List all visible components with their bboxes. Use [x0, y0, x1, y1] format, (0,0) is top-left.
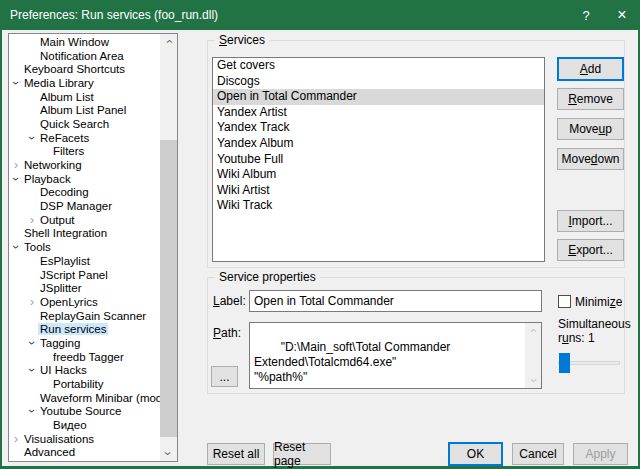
- tree-item-label: Shell Integration: [22, 227, 109, 239]
- tree-item[interactable]: Portability: [9, 377, 160, 391]
- tree-item-label: Album List Panel: [38, 104, 128, 116]
- tree-item[interactable]: ›Visualisations: [9, 432, 160, 446]
- help-icon[interactable]: ?: [568, 0, 604, 30]
- tree-item[interactable]: Advanced: [9, 446, 160, 460]
- minimize-checkbox-label[interactable]: Minimize: [575, 295, 622, 309]
- chevron-expanded-icon[interactable]: ›: [25, 337, 39, 349]
- tree-item[interactable]: Видео: [9, 418, 160, 432]
- service-list-item[interactable]: Youtube Full: [213, 152, 544, 168]
- titlebar[interactable]: Preferences: Run services (foo_run.dll) …: [0, 0, 640, 30]
- service-list-item[interactable]: Yandex Artist: [213, 105, 544, 121]
- path-input-text: "D:\Main_soft\Total Commander Extended\T…: [254, 340, 454, 384]
- tree-item-label: Output: [38, 214, 77, 226]
- tree-item[interactable]: EsPlaylist: [9, 254, 160, 268]
- tree-item-label: Notification Area: [38, 50, 126, 62]
- add-button[interactable]: Add: [557, 57, 624, 81]
- export-button[interactable]: Export...: [557, 239, 624, 261]
- tree-item[interactable]: Decoding: [9, 186, 160, 200]
- tree-item[interactable]: ›Tagging: [9, 336, 160, 350]
- ok-button[interactable]: OK: [448, 442, 503, 466]
- apply-button[interactable]: Apply: [573, 443, 628, 465]
- chevron-expanded-icon[interactable]: ›: [9, 241, 23, 253]
- tree-item[interactable]: Notification Area: [9, 49, 160, 63]
- reset-all-button[interactable]: Reset all: [207, 443, 265, 465]
- scroll-up-icon[interactable]: ›: [526, 323, 541, 339]
- tree-item[interactable]: ›Media Library: [9, 76, 160, 90]
- chevron-expanded-icon[interactable]: ›: [25, 405, 39, 417]
- tree-item-label: Видео: [51, 419, 89, 431]
- tree-item[interactable]: Shell Integration: [9, 227, 160, 241]
- titlebar-buttons: ? ×: [568, 0, 640, 30]
- chevron-expanded-icon[interactable]: ›: [25, 132, 39, 144]
- chevron-expanded-icon[interactable]: ›: [9, 77, 23, 89]
- chevron-collapsed-icon[interactable]: ›: [26, 213, 38, 227]
- tree-item-label: Playback: [22, 173, 73, 185]
- tree-item[interactable]: JSplitter: [9, 281, 160, 295]
- move-down-button[interactable]: Move down: [557, 148, 624, 170]
- path-scrollbar[interactable]: › ›: [525, 323, 541, 388]
- simultaneous-runs-label: Simultaneousruns: 1: [558, 317, 631, 345]
- reset-page-button[interactable]: Reset page: [273, 443, 331, 465]
- service-list-item[interactable]: Wiki Artist: [213, 183, 544, 199]
- tree-item[interactable]: JScript Panel: [9, 268, 160, 282]
- tree-item[interactable]: ›Output: [9, 213, 160, 227]
- close-icon[interactable]: ×: [604, 0, 640, 30]
- tree-item-label: Portability: [51, 378, 106, 390]
- tree-item[interactable]: Waveform Minibar (mod): [9, 391, 160, 405]
- tree-item[interactable]: Quick Search: [9, 117, 160, 131]
- tree-item[interactable]: Filters: [9, 145, 160, 159]
- tree-item[interactable]: ›Networking: [9, 158, 160, 172]
- remove-button[interactable]: Remove: [557, 88, 624, 110]
- service-list-item[interactable]: Wiki Track: [213, 198, 544, 214]
- service-list-item[interactable]: Open in Total Commander: [213, 89, 544, 105]
- tree-rows: Main WindowNotification AreaKeyboard Sho…: [9, 35, 160, 461]
- scroll-down-icon[interactable]: ›: [526, 373, 541, 389]
- tree-item[interactable]: ›Tools: [9, 240, 160, 254]
- chevron-collapsed-icon[interactable]: ›: [10, 158, 22, 172]
- tree-item[interactable]: DSP Manager: [9, 199, 160, 213]
- tree-item[interactable]: ReplayGain Scanner: [9, 309, 160, 323]
- path-caption: Path:: [213, 326, 241, 340]
- scroll-up-icon[interactable]: ›: [161, 33, 176, 50]
- tree-item-label: Quick Search: [38, 118, 111, 130]
- browse-button[interactable]: ...: [211, 366, 238, 387]
- tree-item-label: Filters: [51, 145, 86, 157]
- tree-item[interactable]: Run services: [9, 322, 160, 336]
- tree-item[interactable]: Album List: [9, 90, 160, 104]
- service-list-item[interactable]: Yandex Track: [213, 120, 544, 136]
- service-list-item[interactable]: Get covers: [213, 58, 544, 74]
- services-group: Services Get coversDiscogsOpen in Total …: [207, 40, 625, 268]
- tree-scrollbar-thumb[interactable]: [160, 140, 177, 437]
- scroll-down-icon[interactable]: ›: [161, 445, 176, 462]
- path-input[interactable]: "D:\Main_soft\Total Commander Extended\T…: [249, 322, 542, 389]
- tree-item[interactable]: ›UI Hacks: [9, 364, 160, 378]
- chevron-collapsed-icon[interactable]: ›: [10, 432, 22, 446]
- tree-item-label: Run services: [38, 323, 108, 335]
- chevron-expanded-icon[interactable]: ›: [9, 173, 23, 185]
- tree-item-label: Visualisations: [22, 433, 96, 445]
- tree-scrollbar[interactable]: › ›: [160, 34, 177, 461]
- tree-item[interactable]: freedb Tagger: [9, 350, 160, 364]
- label-input[interactable]: Open in Total Commander: [249, 290, 542, 312]
- tree-item[interactable]: Album List Panel: [9, 103, 160, 117]
- simultaneous-runs-slider-thumb[interactable]: [559, 353, 570, 373]
- services-list[interactable]: Get coversDiscogsOpen in Total Commander…: [212, 57, 545, 262]
- cancel-button[interactable]: Cancel: [512, 443, 564, 465]
- chevron-expanded-icon[interactable]: ›: [25, 364, 39, 376]
- service-list-item[interactable]: Wiki Album: [213, 167, 544, 183]
- import-button[interactable]: Import...: [557, 210, 624, 232]
- move-up-button[interactable]: Move up: [557, 118, 624, 140]
- chevron-collapsed-icon[interactable]: ›: [26, 295, 38, 309]
- tree-item-label: UI Hacks: [38, 364, 89, 376]
- minimize-checkbox[interactable]: [558, 295, 571, 308]
- tree-item[interactable]: Keyboard Shortcuts: [9, 62, 160, 76]
- service-list-item[interactable]: Discogs: [213, 74, 544, 90]
- tree-item[interactable]: ›Youtube Source: [9, 405, 160, 419]
- tree-item[interactable]: Main Window: [9, 35, 160, 49]
- service-list-item[interactable]: Yandex Album: [213, 136, 544, 152]
- tree-item-label: Tagging: [38, 337, 82, 349]
- tree-item[interactable]: ›ReFacets: [9, 131, 160, 145]
- preferences-tree[interactable]: Main WindowNotification AreaKeyboard Sho…: [8, 33, 178, 462]
- tree-item[interactable]: ›OpenLyrics: [9, 295, 160, 309]
- tree-item[interactable]: ›Playback: [9, 172, 160, 186]
